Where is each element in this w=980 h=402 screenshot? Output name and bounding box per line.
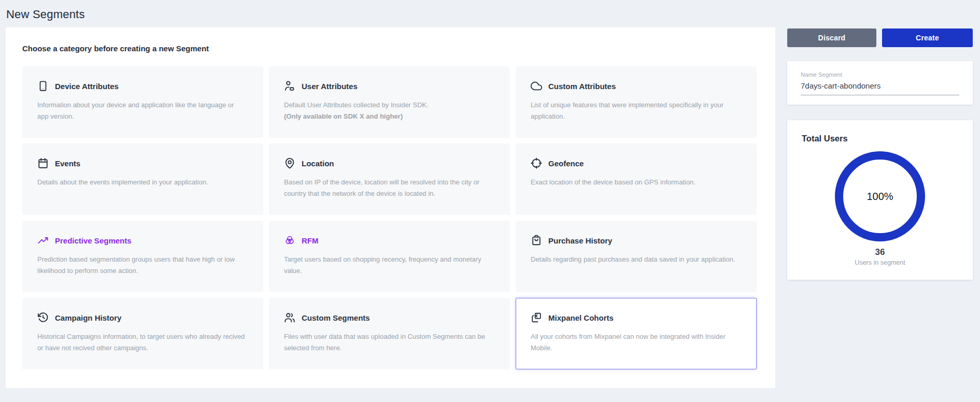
category-title: User Attributes <box>302 82 358 91</box>
right-sidebar: Discard Create Name Segment Total Users … <box>787 27 973 280</box>
total-users-card: Total Users 100% 36 Users in segment <box>787 120 973 280</box>
integration-icon <box>531 312 542 323</box>
category-card-mixpanel-cohorts[interactable]: Mixpanel Cohorts All your cohorts from M… <box>516 298 757 369</box>
category-card-purchase-history[interactable]: Purchase History Details regarding past … <box>516 221 757 292</box>
category-description: Default User Attributes collected by Ins… <box>284 99 495 122</box>
category-card-campaign-history[interactable]: Campaign History Historical Campaigns in… <box>22 298 263 369</box>
total-users-heading: Total Users <box>802 134 958 143</box>
category-card-user-attributes[interactable]: User Attributes Default User Attributes … <box>269 66 510 138</box>
page-title: New Segments <box>0 0 980 27</box>
category-card-geofence[interactable]: Geofence Exact location of the device ba… <box>516 143 757 215</box>
category-description: Details regarding past purchases and dat… <box>531 254 742 265</box>
map-pin-icon <box>284 157 295 169</box>
category-title: RFM <box>302 236 319 245</box>
category-description: All your cohorts from Mixpanel can now b… <box>531 331 742 354</box>
category-description-note: (Only available on SDK X and higher) <box>284 111 492 122</box>
action-buttons: Discard Create <box>787 28 973 47</box>
category-description: Target users based on shopping recency, … <box>284 254 495 277</box>
discard-button[interactable]: Discard <box>787 28 876 47</box>
category-description: Historical Campaigns information, to tar… <box>37 331 248 354</box>
category-description: Based on IP of the device, location will… <box>284 177 495 199</box>
category-panel: Choose a category before creating a new … <box>6 27 775 388</box>
crosshair-icon <box>531 157 542 169</box>
user-badge-icon <box>284 80 295 92</box>
category-card-predictive-segments[interactable]: Predictive Segments Prediction based seg… <box>22 221 263 292</box>
category-title: Device Attributes <box>55 82 119 91</box>
category-title: Campaign History <box>55 313 121 322</box>
shopping-bag-icon <box>531 235 542 246</box>
trending-up-icon <box>37 235 49 246</box>
cloud-icon <box>531 80 542 92</box>
category-title: Location <box>302 159 334 168</box>
name-segment-card: Name Segment <box>787 61 973 105</box>
calendar-icon <box>37 157 49 169</box>
history-clock-icon <box>37 312 49 323</box>
category-card-location[interactable]: Location Based on IP of the device, loca… <box>269 143 510 215</box>
category-grid: Device Attributes Information about your… <box>22 66 757 369</box>
name-segment-input[interactable] <box>801 81 959 95</box>
category-card-device-attributes[interactable]: Device Attributes Information about your… <box>22 66 263 138</box>
smartphone-icon <box>37 80 49 92</box>
category-title: Geofence <box>548 159 584 168</box>
category-description: List of unique features that were implem… <box>531 99 742 122</box>
category-title: Predictive Segments <box>55 236 132 245</box>
category-title: Events <box>55 159 80 168</box>
panel-heading: Choose a category before creating a new … <box>22 44 757 53</box>
category-description: Details about the events implemented in … <box>37 177 248 188</box>
content-area: Choose a category before creating a new … <box>0 27 980 388</box>
category-card-custom-segments[interactable]: Custom Segments Files with user data tha… <box>269 298 510 369</box>
name-segment-label: Name Segment <box>801 71 959 78</box>
category-description: Exact location of the device based on GP… <box>531 177 742 188</box>
total-users-percent: 100% <box>834 151 926 242</box>
category-description: Information about your device and applic… <box>37 99 248 122</box>
total-users-count: 36 <box>802 247 958 257</box>
category-title: Purchase History <box>548 236 612 245</box>
total-users-donut: 100% <box>834 151 926 242</box>
category-description: Files with user data that was uploaded i… <box>284 331 495 354</box>
category-card-rfm[interactable]: RFM Target users based on shopping recen… <box>269 221 510 292</box>
venn-circles-icon <box>284 235 295 246</box>
category-card-events[interactable]: Events Details about the events implemen… <box>22 143 263 215</box>
category-card-custom-attributes[interactable]: Custom Attributes List of unique feature… <box>516 66 757 138</box>
category-title: Custom Attributes <box>548 82 616 91</box>
create-button[interactable]: Create <box>882 28 973 47</box>
category-description: Prediction based segmentation groups use… <box>37 254 248 277</box>
users-icon <box>284 312 295 323</box>
category-title: Custom Segments <box>302 313 370 322</box>
total-users-caption: Users in segment <box>802 259 958 266</box>
category-title: Mixpanel Cohorts <box>548 313 614 322</box>
